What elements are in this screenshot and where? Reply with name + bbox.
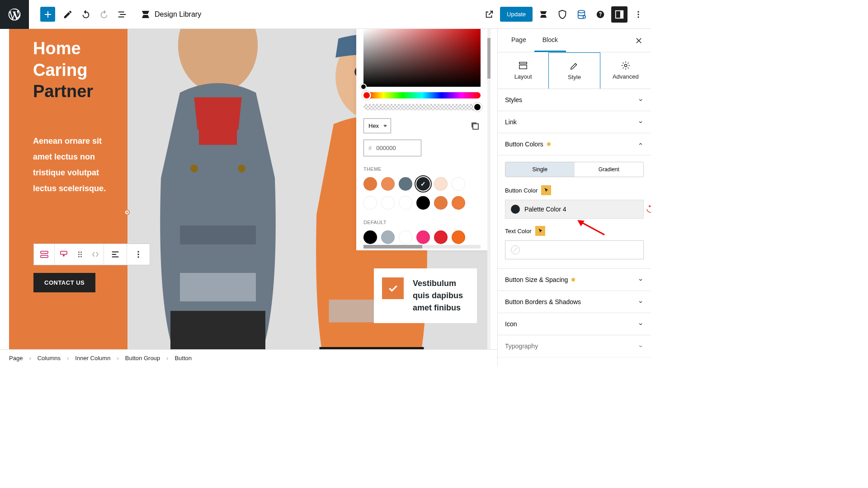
hero-title: Home Caring Partner — [33, 38, 118, 103]
edit-tool-icon[interactable] — [59, 5, 77, 23]
seg-gradient[interactable]: Gradient — [575, 162, 644, 177]
hex-value: 000000 — [376, 145, 396, 151]
swatch[interactable] — [363, 177, 377, 191]
theme-colors-label: THEME — [363, 166, 481, 172]
more-options-button[interactable] — [630, 6, 646, 23]
listview-button[interactable] — [113, 5, 131, 23]
bc-item[interactable]: Columns — [38, 355, 61, 361]
svg-point-28 — [137, 251, 139, 253]
panel-size-spacing[interactable]: Button Size & Spacing — [498, 269, 651, 291]
view-page-button[interactable] — [481, 6, 497, 23]
swatch[interactable] — [416, 196, 430, 210]
stackable-icon[interactable] — [535, 6, 552, 23]
design-library-label: Design Library — [155, 10, 201, 19]
hue-slider[interactable] — [363, 92, 481, 99]
canvas-scrollbar[interactable] — [487, 29, 491, 349]
alpha-slider[interactable] — [363, 104, 481, 110]
svg-rect-12 — [170, 311, 265, 349]
panel-icon[interactable]: Icon — [498, 313, 651, 335]
copy-color-icon[interactable] — [470, 121, 481, 131]
redo-button[interactable] — [95, 5, 113, 23]
button-color-field[interactable]: Palette Color 4 — [505, 200, 644, 219]
block-resize-handle[interactable] — [124, 210, 130, 215]
color-mode-segmented: Single Gradient — [505, 162, 644, 177]
empty-color-swatch — [511, 245, 520, 254]
bc-item[interactable]: Button — [175, 355, 192, 361]
add-block-button[interactable] — [40, 7, 55, 22]
color-swatch-preview — [511, 205, 520, 214]
svg-rect-9 — [180, 273, 256, 301]
panel-styles[interactable]: Styles — [498, 89, 651, 111]
modified-indicator — [547, 142, 551, 146]
text-color-field[interactable] — [505, 240, 644, 259]
modified-indicator — [571, 278, 575, 282]
swatch[interactable] — [416, 230, 430, 244]
hero-title-line1: Home — [33, 39, 81, 58]
theme-swatch-row-2 — [363, 196, 481, 210]
tab-page[interactable]: Page — [503, 29, 534, 52]
svg-rect-31 — [473, 124, 478, 129]
swatch-selected[interactable] — [416, 177, 430, 191]
drag-handle[interactable] — [73, 244, 87, 265]
swatch[interactable] — [399, 230, 412, 244]
align-button[interactable] — [104, 244, 127, 265]
svg-point-10 — [190, 165, 198, 173]
svg-point-5 — [637, 11, 639, 12]
svg-rect-4 — [620, 10, 623, 18]
color-picker-popover: Hex # 000000 THEME — [356, 29, 488, 250]
panel-borders-shadows[interactable]: Button Borders & Shadows — [498, 291, 651, 313]
hero-title-line2: Caring — [33, 61, 87, 80]
swatch[interactable] — [434, 177, 448, 191]
bc-item[interactable]: Page — [9, 355, 23, 361]
hover-state-icon[interactable] — [541, 185, 551, 195]
saturation-picker[interactable] — [363, 29, 481, 87]
hero-paragraph: Aenean ornare sit amet lectus non tristi… — [33, 133, 118, 197]
shield-icon[interactable] — [554, 6, 571, 23]
picker-scrollbar[interactable] — [363, 245, 481, 249]
bc-item[interactable]: Inner Column — [75, 355, 110, 361]
move-arrows[interactable] — [87, 244, 104, 265]
update-button[interactable]: Update — [500, 7, 533, 22]
swatch[interactable] — [399, 196, 412, 210]
color-format-select[interactable]: Hex — [363, 118, 391, 133]
swatch[interactable] — [452, 230, 465, 244]
close-sidebar-button[interactable] — [632, 34, 646, 47]
default-colors-label: DEFAULT — [363, 220, 481, 225]
swatch[interactable] — [452, 196, 465, 210]
text-color-label: Text Color — [505, 226, 644, 236]
swatch[interactable] — [381, 230, 395, 244]
editor-canvas[interactable]: Home Caring Partner Aenean ornare sit am… — [0, 29, 491, 349]
panel-button-colors[interactable]: Button Colors — [498, 133, 651, 155]
swatch[interactable] — [434, 230, 448, 244]
panel-link[interactable]: Link — [498, 111, 651, 133]
swatch[interactable] — [381, 177, 395, 191]
swatch[interactable] — [399, 177, 412, 191]
subtab-layout[interactable]: Layout — [498, 52, 548, 89]
swatch[interactable] — [363, 230, 377, 244]
bc-item[interactable]: Button Group — [125, 355, 160, 361]
reset-color-icon[interactable] — [646, 205, 651, 213]
subtab-style[interactable]: Style — [548, 52, 600, 89]
undo-button[interactable] — [77, 5, 95, 23]
swatch[interactable] — [381, 196, 395, 210]
wordpress-logo[interactable] — [0, 0, 29, 29]
settings-toggle[interactable] — [611, 6, 627, 23]
default-swatch-row — [363, 230, 481, 244]
swatch[interactable] — [363, 196, 377, 210]
panel-typography[interactable]: Typography — [498, 335, 651, 357]
block-type-icon[interactable] — [34, 244, 54, 265]
tab-block[interactable]: Block — [534, 29, 566, 52]
block-type-child-icon[interactable] — [55, 244, 73, 265]
subtab-advanced[interactable]: Advanced — [600, 52, 651, 89]
swatch[interactable] — [452, 177, 465, 191]
contact-button[interactable]: CONTACT US — [33, 273, 95, 292]
inspector-sidebar: Page Block Layout Style Advanced Styles … — [497, 29, 651, 366]
block-more-button[interactable] — [127, 244, 150, 265]
hover-state-icon[interactable] — [535, 226, 545, 236]
seg-single[interactable]: Single — [505, 162, 575, 177]
hex-input[interactable]: # 000000 — [363, 140, 421, 156]
circle-icon[interactable] — [592, 6, 609, 23]
database-icon[interactable] — [573, 6, 590, 23]
swatch[interactable] — [434, 196, 448, 210]
design-library-button[interactable]: Design Library — [140, 9, 201, 20]
